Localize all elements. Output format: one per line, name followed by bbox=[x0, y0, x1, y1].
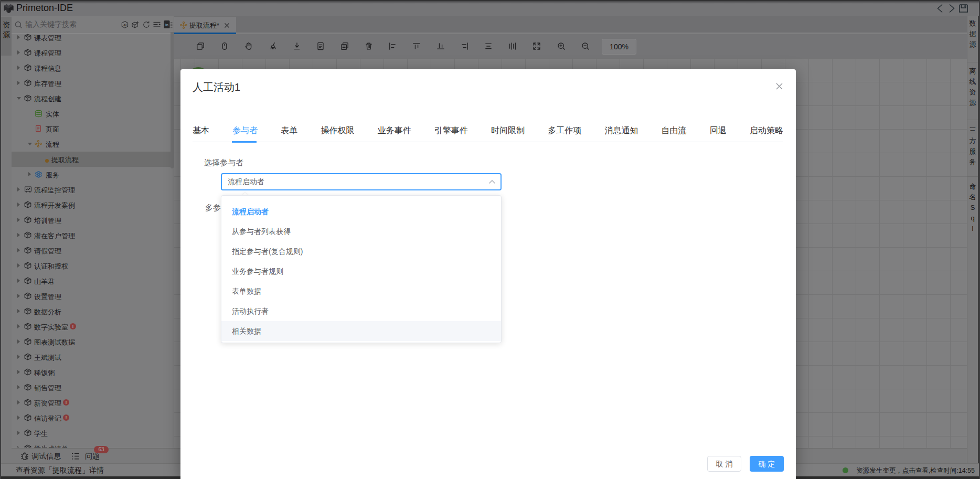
svg-text:AI: AI bbox=[123, 23, 126, 27]
svg-text:ln: ln bbox=[165, 23, 168, 27]
